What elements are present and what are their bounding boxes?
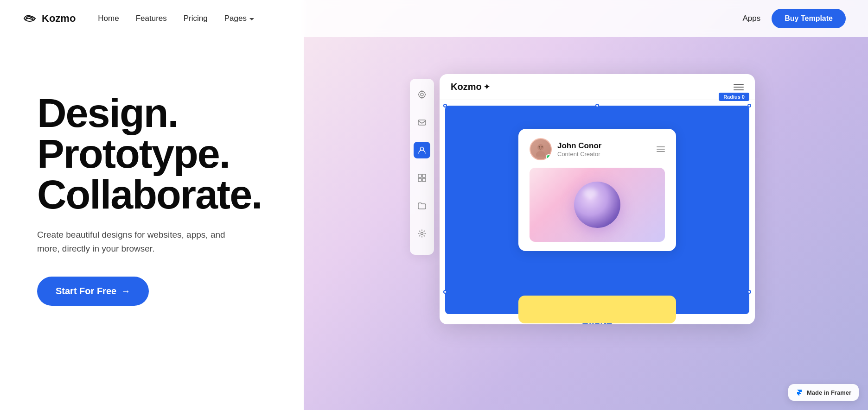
sidebar-user-icon[interactable] <box>414 142 430 158</box>
profile-name: John Conor <box>557 141 601 151</box>
profile-role: Content Creator <box>557 151 601 158</box>
svg-point-14 <box>536 151 545 157</box>
svg-rect-6 <box>418 120 426 125</box>
svg-rect-8 <box>418 174 421 177</box>
brand-name: Kozmo <box>42 13 76 25</box>
svg-rect-11 <box>422 178 426 182</box>
hero-line2: Prototype. <box>37 131 230 177</box>
framer-icon <box>796 389 803 396</box>
canvas-star-icon: ✦ <box>484 82 490 91</box>
nav-pages[interactable]: Pages <box>224 14 254 23</box>
profile-card-top: John Conor Content Creator <box>530 138 665 160</box>
card-menu-icon[interactable] <box>657 146 665 152</box>
hero-heading: Design. Prototype. Collaborate. <box>37 93 306 215</box>
avatar <box>530 138 552 160</box>
canvas-logo: Kozmo ✦ <box>451 82 490 92</box>
profile-info: John Conor Content Creator <box>530 138 601 160</box>
navigation: Kozmo Home Features Pricing Pages Apps B… <box>0 0 868 37</box>
nav-home[interactable]: Home <box>98 14 119 23</box>
handle-bottom-right <box>747 290 751 294</box>
profile-text: John Conor Content Creator <box>557 141 601 158</box>
canvas-top-bar: Kozmo ✦ <box>440 74 755 100</box>
sidebar-grid-icon[interactable] <box>414 170 430 186</box>
canvas-menu-icon[interactable] <box>734 84 744 90</box>
sidebar-folder-icon[interactable] <box>414 197 430 214</box>
hero-section: Design. Prototype. Collaborate. Create b… <box>37 65 306 306</box>
card-image <box>530 168 665 242</box>
handle-top-center <box>595 104 599 107</box>
design-canvas: Kozmo ✦ Radius 0 <box>440 74 755 324</box>
buy-template-button[interactable]: Buy Template <box>772 9 846 28</box>
start-button-label: Start For Free <box>56 286 116 296</box>
logo[interactable]: Kozmo <box>22 11 76 26</box>
radius-badge: Radius 0 <box>719 93 749 101</box>
canvas-logo-text: Kozmo <box>451 82 482 92</box>
mockup-area: Kozmo ✦ Radius 0 <box>306 65 840 324</box>
sidebar-settings-icon[interactable] <box>414 225 430 242</box>
chevron-down-icon <box>249 18 254 20</box>
sidebar-target-icon[interactable] <box>414 86 430 103</box>
hero-subtitle: Create beautiful designs for websites, a… <box>37 228 232 256</box>
nav-pricing[interactable]: Pricing <box>184 14 208 23</box>
hero-line1: Design. <box>37 90 178 136</box>
nav-apps[interactable]: Apps <box>743 14 761 23</box>
svg-point-12 <box>421 233 423 235</box>
profile-card: John Conor Content Creator <box>518 129 676 251</box>
svg-point-1 <box>421 93 423 96</box>
svg-point-15 <box>539 146 540 148</box>
svg-point-13 <box>537 144 544 151</box>
hero-line3: Collaborate. <box>37 171 262 217</box>
online-status-dot <box>546 154 551 160</box>
main-content: Design. Prototype. Collaborate. Create b… <box>0 37 868 410</box>
logo-icon <box>22 11 37 26</box>
handle-top-left <box>443 104 447 107</box>
start-for-free-button[interactable]: Start For Free → <box>37 277 149 306</box>
svg-rect-9 <box>422 174 426 177</box>
handle-top-right <box>747 104 751 107</box>
nav-features[interactable]: Features <box>136 14 167 23</box>
start-button-arrow: → <box>121 286 130 296</box>
svg-point-16 <box>542 146 543 148</box>
3d-sphere <box>574 182 620 228</box>
framer-badge-label: Made in Framer <box>807 389 851 396</box>
nav-right: Apps Buy Template <box>743 9 846 28</box>
svg-rect-10 <box>418 178 421 182</box>
sidebar-mail-icon[interactable] <box>414 114 430 131</box>
handle-bottom-left <box>443 290 447 294</box>
tool-sidebar <box>410 79 434 255</box>
yellow-bar <box>518 296 676 323</box>
svg-point-0 <box>419 91 425 98</box>
framer-badge: Made in Framer <box>788 384 859 401</box>
nav-links: Home Features Pricing Pages <box>98 14 742 23</box>
canvas-content-area: Radius 0 <box>445 106 749 314</box>
